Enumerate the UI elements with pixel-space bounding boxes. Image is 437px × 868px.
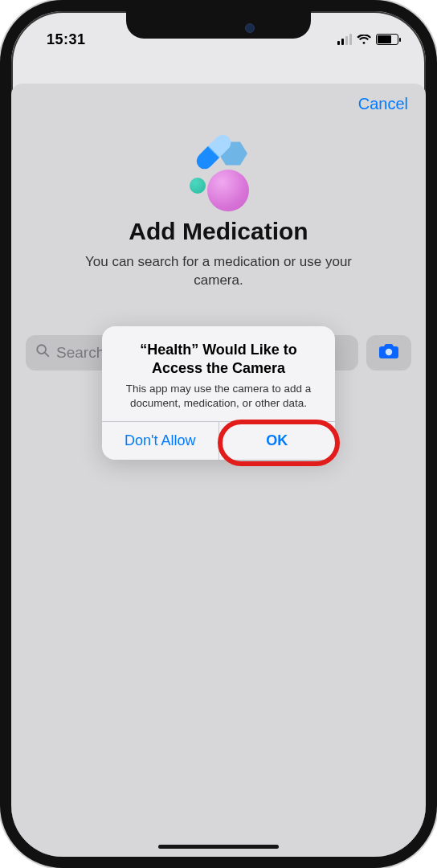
dont-allow-button[interactable]: Don't Allow: [102, 422, 218, 460]
permission-alert-backdrop: “Health” Would Like to Access the Camera…: [11, 11, 426, 857]
phone-frame: 15:31 Cancel Add Medication: [0, 0, 437, 868]
permission-alert: “Health” Would Like to Access the Camera…: [102, 326, 335, 460]
screen: 15:31 Cancel Add Medication: [11, 11, 426, 857]
ok-button[interactable]: OK: [218, 422, 336, 460]
home-indicator: [158, 845, 279, 849]
alert-buttons: Don't Allow OK: [102, 421, 335, 460]
alert-message: This app may use the camera to add a doc…: [115, 382, 322, 410]
alert-title: “Health” Would Like to Access the Camera: [115, 341, 322, 377]
alert-body: “Health” Would Like to Access the Camera…: [102, 326, 335, 421]
